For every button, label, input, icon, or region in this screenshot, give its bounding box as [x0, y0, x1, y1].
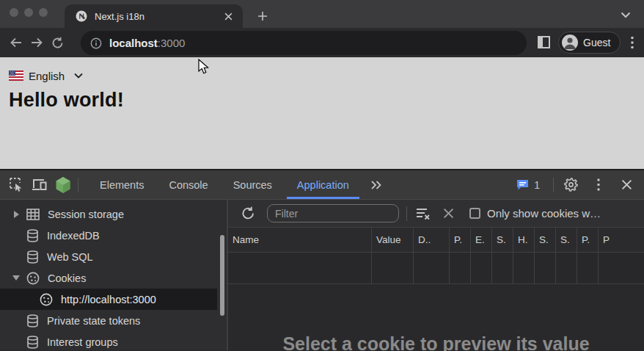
toolbar-divider	[553, 178, 554, 192]
empty-state-message: Select a cookie to preview its value	[228, 333, 644, 351]
browser-tab-strip: Next.js i18n	[0, 0, 644, 28]
database-icon	[26, 229, 39, 242]
zoom-window-button[interactable]	[39, 8, 48, 17]
language-label: English	[29, 70, 65, 82]
tab-console[interactable]: Console	[156, 170, 220, 199]
url-host: localhost	[109, 37, 158, 49]
page-title: Hello world!	[9, 89, 644, 112]
sidebar-item-label: Private state tokens	[47, 315, 140, 327]
cookies-pane: Only show cookies w… Name Value D.. P. E…	[227, 200, 644, 350]
column-header-value[interactable]: Value	[372, 228, 414, 253]
sidebar-item-session-storage[interactable]: Session storage	[0, 203, 227, 225]
address-bar[interactable]: localhost:3000	[81, 31, 527, 55]
profile-button[interactable]: Guest	[558, 32, 621, 54]
sidebar-item-label: Interest groups	[47, 336, 118, 348]
delete-selected-icon[interactable]	[439, 204, 458, 223]
column-header-samesite[interactable]: S.	[556, 228, 577, 253]
minimize-window-button[interactable]	[24, 8, 33, 17]
column-header-path[interactable]: P.	[450, 228, 471, 253]
clear-all-icon[interactable]	[414, 204, 433, 223]
site-info-icon[interactable]	[90, 37, 102, 49]
tab-sources[interactable]: Sources	[221, 170, 285, 199]
tab-application[interactable]: Application	[285, 170, 362, 199]
reload-icon[interactable]	[47, 32, 67, 53]
forward-icon[interactable]	[26, 32, 47, 53]
sidebar-item-label: Web SQL	[47, 251, 93, 263]
language-chevron-down-icon	[74, 73, 83, 79]
inspect-element-icon[interactable]	[4, 175, 28, 195]
close-window-button[interactable]	[10, 8, 18, 17]
database-icon	[26, 314, 39, 328]
cookie-icon	[40, 293, 53, 306]
column-header-name[interactable]: Name	[228, 228, 372, 253]
devtools-menu-kebab-icon[interactable]	[587, 175, 610, 195]
node-devtools-icon[interactable]	[51, 175, 75, 195]
column-header-priority[interactable]: P	[599, 228, 644, 253]
sidebar-scrollbar[interactable]	[220, 235, 224, 316]
browser-toolbar: localhost:3000 Guest	[0, 28, 644, 57]
issues-bubble-icon	[516, 179, 529, 191]
tab-elements[interactable]: Elements	[87, 170, 156, 199]
devtools-panel: Elements Console Sources Application 1	[0, 169, 644, 351]
devtools-tab-bar: Elements Console Sources Application	[87, 170, 391, 199]
browser-tab[interactable]: Next.js i18n	[65, 4, 243, 28]
sidebar-item-cookies[interactable]: Cookies	[0, 267, 227, 289]
tab-close-icon[interactable]	[222, 10, 234, 22]
sidebar-item-label: http://localhost:3000	[61, 294, 156, 305]
side-panel-icon[interactable]	[538, 36, 550, 51]
new-tab-button[interactable]	[253, 7, 272, 26]
devtools-close-icon[interactable]	[615, 175, 638, 195]
application-sidebar: Session storage IndexedDB Web SQL Cook	[0, 200, 227, 350]
sidebar-item-label: Session storage	[48, 209, 124, 220]
table-icon	[26, 209, 40, 220]
column-header-partitionkey[interactable]: P.	[577, 228, 599, 253]
url-port: :3000	[158, 37, 186, 49]
column-header-secure[interactable]: S.	[535, 228, 556, 253]
profile-label: Guest	[583, 37, 610, 48]
sidebar-item-localhost-cookies[interactable]: http://localhost:3000	[0, 289, 217, 310]
database-icon	[26, 250, 39, 264]
us-flag-icon	[9, 70, 23, 81]
only-show-issues-label: Only show cookies w…	[487, 207, 601, 220]
back-icon[interactable]	[6, 32, 26, 53]
sidebar-item-label: Cookies	[48, 272, 86, 284]
devtools-toolbar: Elements Console Sources Application 1	[0, 170, 644, 200]
cookies-toolbar: Only show cookies w…	[228, 200, 644, 228]
tab-title: Next.js i18n	[95, 11, 222, 22]
settings-gear-icon[interactable]	[559, 175, 582, 195]
language-selector[interactable]: English	[9, 68, 644, 84]
devtools-toolbar-right: 1	[516, 175, 644, 195]
expanded-arrow-icon[interactable]	[12, 275, 21, 281]
collapsed-arrow-icon[interactable]	[12, 211, 21, 218]
web-page-content: English Hello world!	[0, 57, 644, 169]
cookie-icon	[26, 272, 40, 285]
sidebar-item-web-sql[interactable]: Web SQL	[0, 246, 227, 267]
issues-counter[interactable]: 1	[516, 179, 540, 191]
cookies-table-empty-row[interactable]	[228, 253, 644, 284]
sidebar-item-interest-groups[interactable]: Interest groups	[0, 331, 227, 350]
refresh-icon[interactable]	[238, 204, 257, 223]
tab-search-chevron-icon[interactable]	[621, 8, 631, 21]
more-tabs-chevron-icon[interactable]	[362, 170, 391, 199]
cookies-table: Name Value D.. P. E. S. H. S. S. P. P	[228, 228, 644, 284]
url-text: localhost:3000	[109, 37, 185, 49]
only-show-issues-checkbox[interactable]	[469, 208, 480, 219]
column-header-httponly[interactable]: H.	[513, 228, 535, 253]
toggle-device-toolbar-icon[interactable]	[28, 175, 51, 195]
sidebar-item-indexeddb[interactable]: IndexedDB	[0, 225, 227, 246]
cookie-preview-area: Select a cookie to preview its value	[228, 284, 644, 350]
mouse-cursor	[197, 59, 211, 75]
issues-count: 1	[534, 179, 540, 191]
column-header-size[interactable]: S.	[492, 228, 513, 253]
macos-traffic-lights[interactable]	[10, 8, 48, 17]
column-header-domain[interactable]: D..	[414, 228, 450, 253]
toolbar-divider	[78, 178, 78, 192]
sidebar-item-private-state-tokens[interactable]: Private state tokens	[0, 310, 227, 331]
filter-input[interactable]	[267, 204, 399, 222]
column-header-expires[interactable]: E.	[471, 228, 492, 253]
cookies-table-header: Name Value D.. P. E. S. H. S. S. P. P	[228, 228, 644, 253]
sidebar-item-label: IndexedDB	[47, 230, 100, 242]
application-panel: Session storage IndexedDB Web SQL Cook	[0, 200, 644, 350]
toolbar-divider	[406, 206, 407, 221]
browser-menu-kebab-icon[interactable]	[626, 34, 638, 51]
